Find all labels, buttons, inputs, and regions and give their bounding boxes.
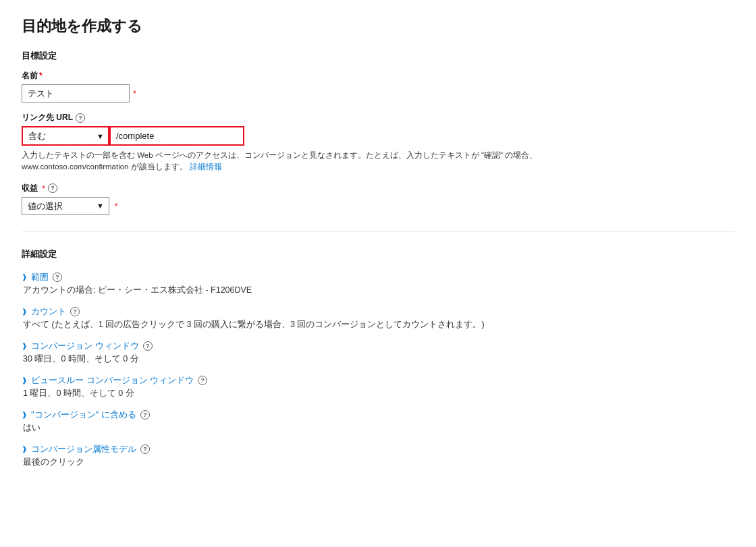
url-help-icon[interactable]: ? (76, 113, 85, 123)
conversion-window-label: コンバージョン ウィンドウ (31, 340, 139, 352)
target-settings-section: 目標設定 名前* * リンク先 URL ? 含む 完全一致 開始 ▼ (22, 50, 734, 215)
include-conversion-trigger[interactable]: ❱ "コンバージョン" に含める ? (22, 409, 734, 421)
conversion-window-help-icon[interactable]: ? (143, 341, 153, 351)
url-select-wrap: 含む 完全一致 開始 ▼ (22, 126, 109, 146)
include-conversion-label: "コンバージョン" に含める (31, 409, 136, 421)
view-through-value: 1 曜日、0 時間、そして 0 分 (22, 388, 734, 399)
revenue-label-row: 収益 * ? (22, 183, 734, 194)
revenue-req-marker: * (115, 202, 118, 211)
include-conversion-row: ❱ "コンバージョン" に含める ? はい (22, 409, 734, 434)
name-input[interactable] (22, 84, 130, 103)
conversion-window-trigger[interactable]: ❱ コンバージョン ウィンドウ ? (22, 340, 734, 352)
scope-trigger[interactable]: ❱ 範囲 ? (22, 271, 734, 283)
hint-detail-link[interactable]: 詳細情報 (190, 163, 222, 171)
conversion-window-row: ❱ コンバージョン ウィンドウ ? 30 曜日、0 時間、そして 0 分 (22, 340, 734, 365)
name-field-label: 名前* (22, 70, 734, 82)
name-input-wrap: * (22, 84, 130, 103)
attribution-model-chevron-icon: ❱ (22, 445, 27, 453)
count-chevron-icon: ❱ (22, 308, 27, 315)
conversion-window-value: 30 曜日、0 時間、そして 0 分 (22, 353, 734, 365)
section-divider (22, 231, 734, 232)
view-through-chevron-icon: ❱ (22, 376, 27, 384)
url-field-group: リンク先 URL ? 含む 完全一致 開始 ▼ 入力したテキストの一部を含む W… (22, 112, 734, 173)
advanced-settings-label: 詳細設定 (22, 248, 734, 260)
revenue-select-wrap: 値の選択 ▼ (22, 197, 109, 215)
url-label-row: リンク先 URL ? (22, 112, 734, 123)
conversion-window-chevron-icon: ❱ (22, 342, 27, 349)
revenue-help-icon[interactable]: ? (48, 183, 57, 193)
revenue-field-label: 収益 (22, 183, 38, 194)
attribution-model-row: ❱ コンバージョン属性モデル ? 最後のクリック (22, 443, 734, 468)
view-through-help-icon[interactable]: ? (198, 376, 207, 385)
url-value-input[interactable] (109, 126, 244, 146)
count-trigger[interactable]: ❱ カウント ? (22, 306, 734, 318)
name-required-star: * (39, 71, 43, 80)
view-through-row: ❱ ビュースルー コンバージョン ウィンドウ ? 1 曜日、0 時間、そして 0… (22, 374, 734, 399)
scope-help-icon[interactable]: ? (53, 272, 62, 282)
scope-chevron-icon: ❱ (22, 273, 27, 281)
revenue-select[interactable]: 値の選択 (22, 197, 109, 215)
attribution-model-trigger[interactable]: ❱ コンバージョン属性モデル ? (22, 443, 734, 455)
revenue-required-star: * (42, 183, 45, 194)
include-conversion-chevron-icon: ❱ (22, 411, 27, 418)
url-row: 含む 完全一致 開始 ▼ (22, 126, 734, 146)
count-value: すべて (たとえば、1 回の広告クリックで 3 回の購入に繋がる場合、3 回のコ… (22, 319, 734, 330)
include-conversion-value: はい (22, 422, 734, 434)
target-settings-label: 目標設定 (22, 50, 734, 62)
count-row: ❱ カウント ? すべて (たとえば、1 回の広告クリックで 3 回の購入に繋が… (22, 306, 734, 330)
revenue-field-group: 収益 * ? 値の選択 ▼ * (22, 183, 734, 215)
name-field-group: 名前* * (22, 70, 734, 103)
scope-label: 範囲 (31, 271, 49, 283)
url-match-select[interactable]: 含む 完全一致 開始 (22, 126, 109, 146)
page-title: 目的地を作成する (22, 16, 734, 36)
count-help-icon[interactable]: ? (70, 307, 80, 316)
url-field-label: リンク先 URL (22, 112, 73, 123)
scope-row: ❱ 範囲 ? アカウントの場合: ピー・シー・エス株式会社 - F1206DVE (22, 271, 734, 296)
name-req-marker: * (133, 89, 136, 98)
attribution-model-value: 最後のクリック (22, 457, 734, 468)
url-hint-text: 入力したテキストの一部を含む Web ページへのアクセスは、コンバージョンと見な… (22, 150, 629, 173)
attribution-model-help-icon[interactable]: ? (140, 444, 150, 454)
count-label: カウント (31, 306, 66, 318)
scope-value: アカウントの場合: ピー・シー・エス株式会社 - F1206DVE (22, 285, 734, 296)
advanced-settings-section: 詳細設定 ❱ 範囲 ? アカウントの場合: ピー・シー・エス株式会社 - F12… (22, 248, 734, 468)
attribution-model-label: コンバージョン属性モデル (31, 443, 136, 455)
view-through-trigger[interactable]: ❱ ビュースルー コンバージョン ウィンドウ ? (22, 374, 734, 386)
include-conversion-help-icon[interactable]: ? (140, 410, 150, 420)
view-through-label: ビュースルー コンバージョン ウィンドウ (31, 374, 194, 386)
